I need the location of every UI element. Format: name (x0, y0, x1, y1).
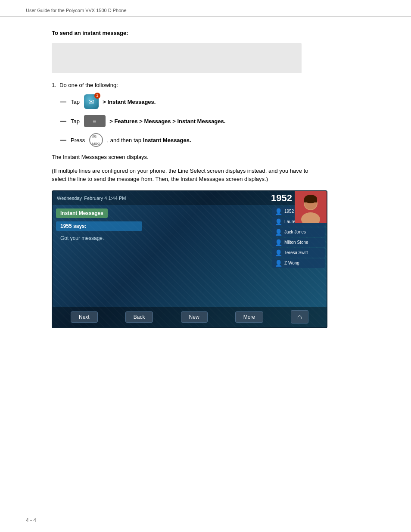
bullet-1-tap: Tap (71, 99, 80, 105)
contact-teresa-swift[interactable]: 👤 Teresa Swift (272, 248, 325, 258)
contact-name-milton: Milton Stone (284, 240, 308, 245)
home-icon: ⌂ (297, 312, 302, 321)
bullet-1: — Tap ✉ 1 > Instant Messages. (60, 94, 385, 109)
phone-left-panel: Instant Messages 1955 says: Got your mes… (53, 205, 246, 307)
header-title: User Guide for the Polycom VVX 1500 D Ph… (26, 8, 127, 13)
section-label: Instant Messages (56, 208, 243, 221)
bullet-1-dash: — (60, 98, 66, 105)
bullet-2: — Tap ≡ > Features > Messages > Instant … (60, 115, 385, 127)
notification-badge: 1 (94, 93, 100, 99)
msg-text: Got your message. (56, 233, 243, 243)
phone-topbar: Wednesday, February 4 1:44 PM 1952 (53, 191, 327, 205)
messages-icon-button[interactable]: ✉ 1 (84, 94, 99, 109)
para-1: The Instant Messages screen displays. (52, 153, 310, 162)
contact-name-1952: 1952 (284, 209, 294, 214)
bullet-3-bold: Instant Messages. (143, 137, 191, 143)
bullet-1-suffix: > Instant Messages. (103, 99, 156, 105)
doc-content: To send an instant message: 1. Do one of… (0, 17, 411, 345)
phone-screen: Wednesday, February 4 1:44 PM 1952 (52, 190, 327, 328)
phone-bottom-buttons: Next Back New More ⌂ (53, 307, 327, 327)
bullet-3-dash: — (60, 137, 66, 143)
bullet-3: — Press ✉MSG , and then tap Instant Mess… (60, 133, 385, 147)
home-button[interactable]: ⌂ (291, 310, 308, 324)
new-button[interactable]: New (181, 311, 208, 323)
contact-z-wong[interactable]: 👤 Z Wong (272, 258, 325, 268)
next-button[interactable]: Next (71, 311, 98, 323)
contact-name-teresa: Teresa Swift (284, 250, 308, 255)
bullet-3-suffix: , and then tap (107, 137, 141, 143)
msg-from-label: 1955 says: (56, 221, 243, 233)
msg-icon: ✉MSG (92, 134, 100, 146)
back-button[interactable]: Back (125, 311, 153, 323)
more-button[interactable]: More (235, 311, 263, 323)
section-title: To send an instant message: (52, 30, 385, 36)
bullet-2-dash: — (60, 118, 66, 124)
menu-icon-button[interactable]: ≡ (84, 115, 106, 127)
contact-name-wong: Z Wong (284, 261, 299, 265)
contact-jack-jones[interactable]: 👤 Jack Jones (272, 227, 325, 237)
contact-icon-jack: 👤 (275, 229, 282, 236)
screenshot-placeholder (52, 43, 302, 73)
step-1-label: 1. Do one of the following: (52, 82, 385, 88)
svg-rect-5 (304, 199, 317, 202)
contact-icon-milton: 👤 (275, 239, 282, 246)
contact-icon-teresa: 👤 (275, 249, 282, 256)
contact-icon-1952: 👤 (275, 208, 282, 215)
topbar-number: 1952 (271, 191, 292, 205)
para-2: (If multiple lines are configured on you… (52, 167, 310, 184)
contact-milton-stone[interactable]: 👤 Milton Stone (272, 238, 325, 247)
doc-header: User Guide for the Polycom VVX 1500 D Ph… (0, 0, 411, 17)
avatar-image (295, 191, 327, 223)
page-number: 4 - 4 (26, 517, 36, 523)
bullet-2-tap: Tap (71, 118, 80, 124)
contact-icon-wong: 👤 (275, 260, 282, 267)
contact-name-jack: Jack Jones (284, 230, 306, 234)
avatar-face (295, 191, 327, 223)
bullet-3-press: Press (71, 137, 85, 143)
phone-avatar (295, 191, 327, 223)
hamburger-icon: ≡ (93, 118, 97, 124)
topbar-date: Wednesday, February 4 1:44 PM (57, 196, 126, 201)
contact-icon-lauren: 👤 (275, 218, 282, 225)
msg-button-circle[interactable]: ✉MSG (89, 133, 103, 147)
bullet-2-suffix: > Features > Messages > Instant Messages… (109, 118, 225, 124)
envelope-icon: ✉ (88, 98, 94, 106)
